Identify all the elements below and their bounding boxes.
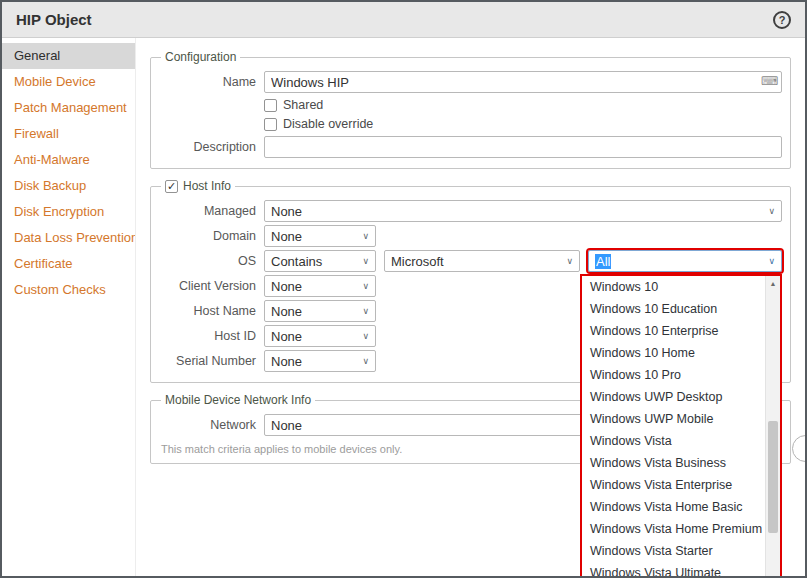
network-value: None — [271, 418, 302, 433]
disable-override-label: Disable override — [283, 117, 373, 131]
sidebar-item-certificate[interactable]: Certificate — [2, 251, 135, 277]
shared-checkbox[interactable] — [264, 99, 277, 112]
os-option[interactable]: Windows Vista Home Premium — [582, 518, 780, 540]
os-option[interactable]: Windows 10 Education — [582, 298, 780, 320]
chevron-down-icon: ∨ — [362, 281, 369, 291]
sidebar-item-disk-encryption[interactable]: Disk Encryption — [2, 199, 135, 225]
host-info-legend-label: Host Info — [183, 179, 231, 193]
os-option[interactable]: Windows Vista Home Basic — [582, 496, 780, 518]
client-version-value: None — [271, 279, 302, 294]
network-label: Network — [159, 418, 256, 432]
os-option[interactable]: Windows 10 — [582, 276, 780, 298]
help-icon[interactable]: ? — [773, 11, 791, 29]
chevron-down-icon: ∨ — [362, 256, 369, 266]
sidebar: General Mobile Device Patch Management F… — [2, 38, 136, 576]
domain-value: None — [271, 229, 302, 244]
chevron-down-icon: ∨ — [362, 231, 369, 241]
sidebar-item-disk-backup[interactable]: Disk Backup — [2, 173, 135, 199]
scrollbar-up-arrow-icon[interactable]: ▲ — [766, 276, 780, 291]
configuration-section: Configuration Name ⌨ Shared Disable over… — [150, 50, 791, 169]
os-dropdown-list: Windows 10 Windows 10 Education Windows … — [580, 274, 782, 578]
os-option[interactable]: Windows Vista — [582, 430, 780, 452]
os-label: OS — [159, 254, 256, 268]
sidebar-item-firewall[interactable]: Firewall — [2, 121, 135, 147]
managed-value: None — [271, 204, 302, 219]
shared-label: Shared — [283, 98, 323, 112]
host-name-label: Host Name — [159, 304, 256, 318]
serial-number-label: Serial Number — [159, 354, 256, 368]
chevron-down-icon: ∨ — [362, 331, 369, 341]
os-match-value: Contains — [271, 254, 322, 269]
mobile-network-legend: Mobile Device Network Info — [161, 393, 315, 407]
os-option[interactable]: Windows UWP Mobile — [582, 408, 780, 430]
chevron-down-icon: ∨ — [362, 306, 369, 316]
host-info-section: ✓ Host Info Managed None ∨ Domain None ∨… — [150, 179, 791, 383]
serial-number-value: None — [271, 354, 302, 369]
managed-label: Managed — [159, 204, 256, 218]
os-option[interactable]: Windows Vista Starter — [582, 540, 780, 562]
os-option[interactable]: Windows UWP Desktop — [582, 386, 780, 408]
sidebar-item-general[interactable]: General — [2, 43, 135, 69]
host-id-label: Host ID — [159, 329, 256, 343]
host-name-select[interactable]: None ∨ — [264, 300, 376, 322]
description-label: Description — [159, 140, 256, 154]
os-option[interactable]: Windows 10 Enterprise — [582, 320, 780, 342]
disable-override-checkbox[interactable] — [264, 118, 277, 131]
content-pane: Configuration Name ⌨ Shared Disable over… — [148, 38, 805, 576]
sidebar-item-patch-management[interactable]: Patch Management — [2, 95, 135, 121]
name-label: Name — [159, 75, 256, 89]
serial-number-select[interactable]: None ∨ — [264, 350, 376, 372]
domain-label: Domain — [159, 229, 256, 243]
host-info-legend: ✓ Host Info — [161, 179, 235, 193]
scrollbar-thumb[interactable] — [768, 421, 778, 533]
managed-select[interactable]: None ∨ — [264, 200, 782, 222]
hip-object-dialog: HIP Object ? General Mobile Device Patch… — [0, 0, 807, 578]
os-value-combo[interactable]: All ∨ Windows 10 Windows 10 Education Wi… — [588, 250, 782, 272]
client-version-label: Client Version — [159, 279, 256, 293]
sidebar-item-data-loss-prevention[interactable]: Data Loss Prevention — [2, 225, 135, 251]
host-name-value: None — [271, 304, 302, 319]
description-input[interactable] — [264, 136, 782, 158]
sidebar-item-custom-checks[interactable]: Custom Checks — [2, 277, 135, 303]
os-option[interactable]: Windows Vista Enterprise — [582, 474, 780, 496]
client-version-select[interactable]: None ∨ — [264, 275, 376, 297]
os-option[interactable]: Windows 10 Pro — [582, 364, 780, 386]
os-option[interactable]: Windows Vista Ultimate — [582, 562, 780, 578]
host-id-select[interactable]: None ∨ — [264, 325, 376, 347]
os-option[interactable]: Windows Vista Business — [582, 452, 780, 474]
host-info-checkbox[interactable]: ✓ — [165, 180, 178, 193]
configuration-legend: Configuration — [161, 50, 240, 64]
domain-select[interactable]: None ∨ — [264, 225, 376, 247]
keyboard-icon: ⌨ — [761, 74, 778, 89]
chevron-down-icon: ∨ — [768, 206, 775, 216]
os-combo-selected-text: All — [595, 254, 611, 269]
dialog-title: HIP Object — [16, 11, 92, 28]
host-id-value: None — [271, 329, 302, 344]
chevron-down-icon: ∨ — [768, 256, 775, 266]
dialog-titlebar: HIP Object ? — [2, 2, 805, 38]
dropdown-scrollbar[interactable]: ▲ — [765, 276, 780, 578]
sidebar-item-mobile-device[interactable]: Mobile Device — [2, 69, 135, 95]
os-vendor-value: Microsoft — [391, 254, 444, 269]
name-input[interactable] — [264, 71, 782, 93]
os-match-select[interactable]: Contains ∨ — [264, 250, 376, 272]
sidebar-item-anti-malware[interactable]: Anti-Malware — [2, 147, 135, 173]
os-vendor-select[interactable]: Microsoft ∨ — [384, 250, 580, 272]
os-option[interactable]: Windows 10 Home — [582, 342, 780, 364]
chevron-down-icon: ∨ — [362, 356, 369, 366]
chevron-down-icon: ∨ — [566, 256, 573, 266]
